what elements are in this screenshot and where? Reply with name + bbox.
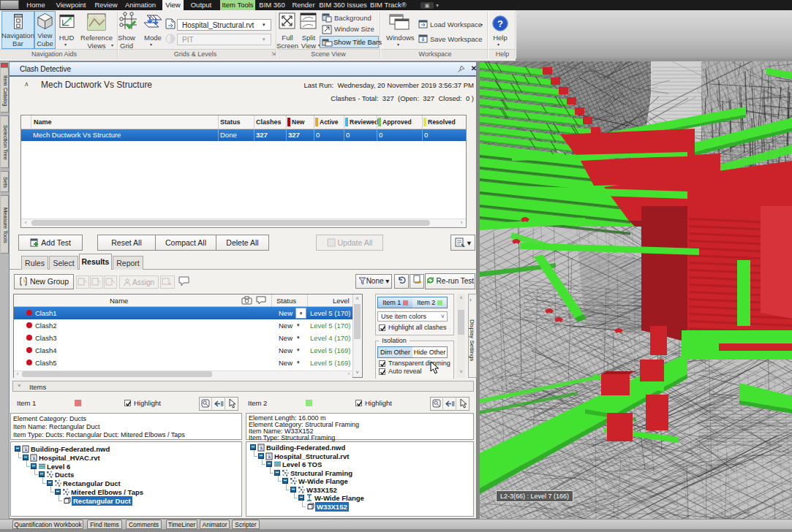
svg-text:?: ? xyxy=(497,18,503,29)
